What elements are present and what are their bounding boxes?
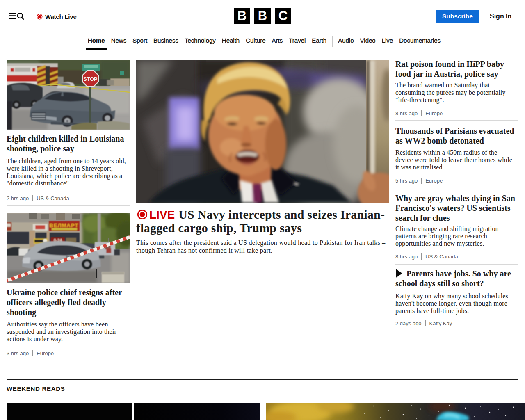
svg-text:ВЕЛМАРТ: ВЕЛМАРТ (50, 222, 79, 228)
